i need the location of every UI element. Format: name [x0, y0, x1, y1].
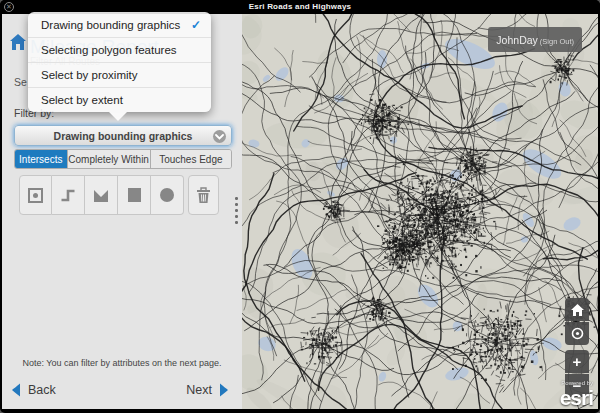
home-icon[interactable]	[9, 33, 27, 51]
menu-item-drawing-bounding-graphics[interactable]: Drawing bounding graphics ✓	[28, 12, 211, 37]
menu-item-selecting-polygon-features[interactable]: Selecting polygon features	[28, 37, 211, 62]
trash-icon	[196, 187, 211, 204]
tab-touches-edge[interactable]: Touches Edge	[150, 150, 231, 168]
draw-rectangle-button[interactable]	[118, 175, 151, 215]
circle-icon	[160, 188, 174, 202]
chevron-right-icon	[218, 382, 230, 398]
locate-icon	[570, 326, 585, 341]
map-container: JohnDay(Sign Out) + − Powered by esri	[242, 14, 598, 409]
note-text: Note: You can filter by attributes on th…	[2, 358, 242, 368]
sign-out-link[interactable]: (Sign Out)	[540, 37, 574, 46]
chevron-left-icon	[10, 382, 22, 398]
tab-intersects[interactable]: Intersects	[15, 150, 67, 168]
draw-point-button[interactable]	[19, 175, 52, 215]
app-title: Esri Roads and Highways	[0, 2, 600, 11]
map-home-icon	[571, 304, 584, 316]
draw-polygon-button[interactable]	[85, 175, 118, 215]
polyline-icon	[60, 187, 76, 203]
map-canvas[interactable]	[242, 14, 598, 409]
back-button[interactable]: Back	[10, 382, 56, 398]
tab-completely-within[interactable]: Completely Within	[67, 150, 150, 168]
filter-method-menu: Drawing bounding graphics ✓ Selecting po…	[28, 12, 211, 112]
menu-item-select-by-proximity[interactable]: Select by proximity	[28, 62, 211, 87]
zoom-in-button[interactable]: +	[565, 350, 589, 373]
user-name: JohnDay	[496, 34, 537, 46]
checkmark-icon: ✓	[191, 18, 201, 32]
user-badge[interactable]: JohnDay(Sign Out)	[488, 27, 582, 52]
draw-circle-button[interactable]	[151, 175, 184, 215]
esri-logo: esri	[560, 386, 593, 409]
next-button[interactable]: Next	[186, 382, 230, 398]
panel-resize-handle[interactable]	[235, 197, 239, 227]
attribution: Powered by esri	[560, 380, 593, 408]
dropdown-selected-value: Drawing bounding graphics	[54, 130, 193, 142]
map-home-button[interactable]	[565, 298, 589, 321]
app-window: ✕ Esri Roads and Highways Mileage Report…	[0, 0, 600, 413]
filter-method-dropdown[interactable]: Drawing bounding graphics	[14, 125, 232, 146]
back-label: Back	[28, 383, 56, 397]
draw-polyline-button[interactable]	[52, 175, 85, 215]
draw-toolbar	[19, 175, 184, 215]
spatial-relation-tabs: Intersects Completely Within Touches Edg…	[14, 149, 232, 169]
rectangle-icon	[128, 188, 141, 202]
polygon-icon	[93, 188, 109, 203]
chevron-down-icon	[213, 130, 226, 143]
clear-graphics-button[interactable]	[188, 175, 219, 215]
menu-item-select-by-extent[interactable]: Select by extent	[28, 87, 211, 112]
instruction-text: Se	[14, 76, 27, 88]
map-locate-button[interactable]	[565, 322, 589, 345]
point-icon	[28, 188, 43, 203]
next-label: Next	[186, 383, 212, 397]
